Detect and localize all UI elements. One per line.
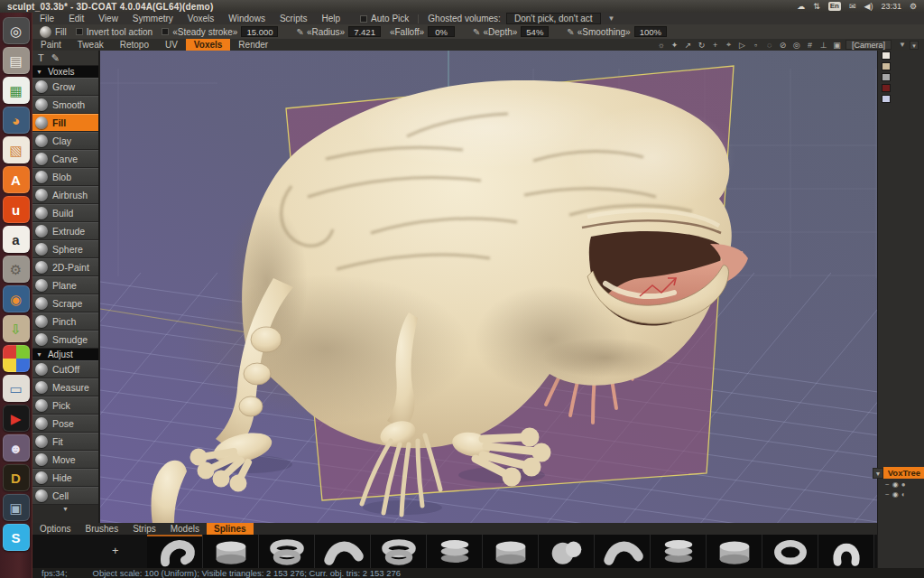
spline-thumb-torus-coil[interactable]	[371, 535, 427, 568]
rotate-icon[interactable]: ↻	[697, 41, 707, 50]
invert-checkbox-box[interactable]	[76, 28, 83, 35]
spline-thumb-cylinder[interactable]	[483, 535, 539, 568]
menu-view[interactable]: View	[91, 14, 125, 23]
ubuntu-dash-button[interactable]: ◎	[3, 17, 30, 44]
select-lasso-icon[interactable]: ◌	[764, 41, 774, 50]
room-tab-paint[interactable]: Paint	[32, 39, 69, 51]
field-value[interactable]: 54%	[521, 26, 549, 37]
libreoffice-calc-launcher[interactable]: ▦	[3, 77, 30, 104]
eye-icon[interactable]: ◉	[892, 490, 899, 499]
palette-swatch-4[interactable]	[882, 95, 891, 103]
tool-measure[interactable]: Measure	[32, 378, 98, 396]
tool-airbrush[interactable]: Airbrush	[32, 186, 98, 204]
forbid-icon[interactable]: ⊘	[778, 41, 788, 50]
camera-mode-dropdown[interactable]: [Camera]	[845, 40, 892, 50]
tool-pick[interactable]: Pick	[32, 396, 98, 415]
invert-tool-action-checkbox[interactable]: Invert tool action	[76, 27, 152, 37]
menu-scripts[interactable]: Scripts	[273, 14, 315, 23]
spline-thumb-blob[interactable]	[539, 535, 595, 568]
room-tab-uv[interactable]: UV	[157, 39, 186, 51]
dosbox-launcher[interactable]: D	[3, 464, 30, 491]
cloud-sync-icon[interactable]: ☁	[797, 2, 805, 11]
session-menu-icon[interactable]: ⚙	[910, 2, 917, 11]
section-header-adjust[interactable]: ▼Adjust	[32, 349, 98, 360]
spline-thumb-handle[interactable]	[818, 535, 874, 568]
auto-pick-checkbox[interactable]: Auto Pick	[360, 14, 409, 23]
amazon-launcher[interactable]: a	[3, 226, 30, 253]
bottom-tab-strips[interactable]: Strips	[125, 523, 163, 535]
menu-symmetry[interactable]: Symmetry	[125, 14, 180, 23]
tool-panel-scroll-down[interactable]: ▼	[32, 505, 98, 513]
spline-thumb-hook-tube[interactable]	[147, 535, 203, 568]
system-settings-launcher[interactable]: ⚙	[3, 256, 30, 283]
tool-grow[interactable]: Grow	[32, 78, 98, 96]
tool-carve[interactable]: Carve	[32, 150, 98, 168]
tool-pose[interactable]: Pose	[32, 415, 98, 433]
play-icon[interactable]: ▷	[737, 41, 747, 50]
tool-sphere[interactable]: Sphere	[32, 240, 98, 258]
text-tool-button[interactable]: T	[38, 52, 44, 63]
spline-thumb-torus-coil[interactable]	[259, 535, 315, 568]
tool-move[interactable]: Move	[32, 451, 98, 469]
menu-file[interactable]: File	[32, 14, 61, 23]
pen-pressure-icon[interactable]: ✎	[473, 27, 480, 37]
tool-pinch[interactable]: Pinch	[32, 312, 98, 331]
field-value[interactable]: 7.421	[348, 26, 381, 37]
system-tool-launcher[interactable]: ▭	[3, 375, 30, 402]
tool-extrude[interactable]: Extrude	[32, 222, 98, 240]
pen-tool-button[interactable]: ✎	[51, 52, 60, 64]
field-value[interactable]: 0%	[428, 26, 455, 37]
tool-plane[interactable]: Plane	[32, 276, 98, 294]
remote-desktop-launcher[interactable]: ▣	[3, 494, 30, 521]
camera-chevron-icon[interactable]: ▼	[899, 41, 906, 49]
menu-windows[interactable]: Windows	[221, 14, 273, 23]
tool-build[interactable]: Build	[32, 204, 98, 222]
room-tab-retopo[interactable]: Retopo	[112, 39, 157, 51]
software-updater-launcher[interactable]: ⇩	[3, 315, 30, 342]
tool-hide[interactable]: Hide	[32, 469, 98, 487]
bottom-tab-options[interactable]: Options	[32, 523, 78, 535]
libreoffice-impress-launcher[interactable]: ▧	[3, 136, 30, 163]
chat-app-launcher[interactable]: ☻	[3, 434, 30, 461]
sculpt-viewport[interactable]	[99, 51, 877, 524]
youtube-launcher[interactable]: ▶	[3, 405, 30, 432]
tool-scrape[interactable]: Scrape	[32, 294, 98, 312]
software-center-launcher[interactable]: A	[3, 166, 30, 193]
menu-help[interactable]: Help	[314, 14, 347, 23]
light-icon[interactable]: ☼	[656, 41, 666, 50]
volume-icon[interactable]: ◀)	[864, 2, 873, 11]
tool-fit[interactable]: Fit	[32, 433, 98, 451]
stroke-icon[interactable]: ↗	[683, 41, 693, 50]
panel-options-button[interactable]: ▾	[910, 41, 919, 50]
section-header-voxels[interactable]: ▼Voxels	[32, 66, 98, 78]
tool-fill[interactable]: Fill	[32, 114, 98, 132]
voxtree-collapse-button[interactable]: ▼	[873, 468, 883, 479]
menu-voxels[interactable]: Voxels	[180, 14, 221, 23]
pen-pressure-icon[interactable]: ✎	[296, 27, 303, 37]
tool-smudge[interactable]: Smudge	[32, 331, 98, 349]
axis-icon[interactable]: ⊥	[818, 41, 828, 50]
palette-swatch-0[interactable]	[882, 51, 891, 60]
tool-2d-paint[interactable]: 2D-Paint	[32, 258, 98, 276]
room-tab-render[interactable]: Render	[230, 39, 276, 51]
network-updown-icon[interactable]: ⇅	[813, 2, 820, 11]
pan-icon[interactable]: +	[710, 41, 720, 50]
room-tab-voxels[interactable]: Voxels	[186, 39, 231, 51]
skype-launcher[interactable]: S	[3, 524, 30, 551]
tool-blob[interactable]: Blob	[32, 168, 98, 186]
tool-cutoff[interactable]: CutOff	[32, 360, 98, 378]
palette-swatch-3[interactable]	[882, 84, 891, 92]
pen-pressure-icon[interactable]: ✎	[567, 27, 574, 37]
room-tab-tweak[interactable]: Tweak	[69, 39, 112, 51]
tool-cell[interactable]: Cell	[32, 487, 98, 505]
menu-edit[interactable]: Edit	[61, 14, 91, 23]
ghosted-volumes-dropdown[interactable]: Don't pick, don't act	[506, 13, 601, 24]
field-value[interactable]: 100%	[634, 26, 667, 37]
palette-swatch-1[interactable]	[882, 62, 891, 70]
zoom-icon[interactable]: ⌖	[724, 40, 734, 50]
spline-thumb-stacked-discs[interactable]	[427, 535, 483, 568]
keyboard-layout-indicator[interactable]: En	[828, 2, 841, 11]
collapse-icon[interactable]: −	[885, 480, 890, 489]
firefox-launcher[interactable]: ◕	[3, 107, 30, 134]
voxtree-row[interactable]: − ◉ ◐	[873, 489, 924, 499]
